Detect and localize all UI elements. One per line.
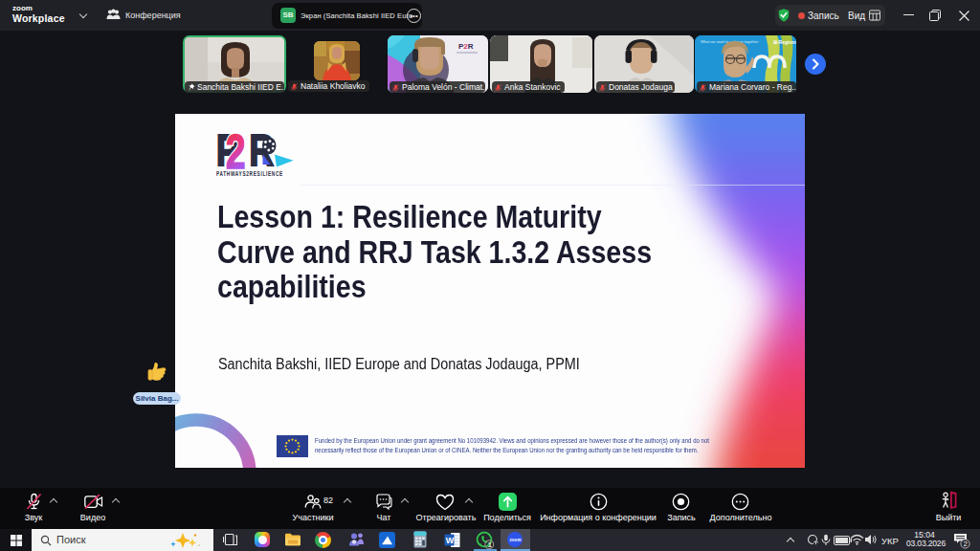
svg-text:PATHWAYS2RESILIENCE: PATHWAYS2RESILIENCE	[216, 170, 283, 177]
svg-text:2: 2	[963, 540, 968, 548]
svg-text:P2R: P2R	[458, 42, 474, 51]
svg-text:W: W	[446, 536, 455, 545]
svg-text:⊞ Regions4: ⊞ Regions4	[773, 39, 796, 45]
